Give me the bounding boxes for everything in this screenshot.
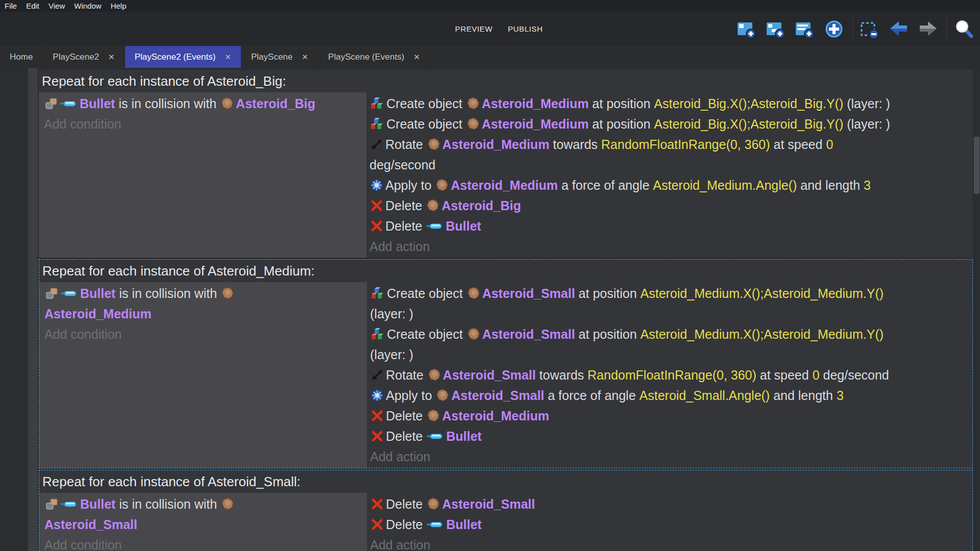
preview-button[interactable]: PREVIEW	[448, 24, 493, 33]
action-row[interactable]: Rotate Asteroid_Medium towards RandomFlo…	[370, 134, 973, 155]
action-row[interactable]: Delete Bullet	[370, 216, 973, 236]
tab-home[interactable]: Home	[0, 46, 43, 68]
instruction-text: deg/second	[370, 158, 435, 172]
action-row[interactable]: Create object Asteroid_Medium at positio…	[370, 93, 973, 114]
add-event-button[interactable]	[736, 19, 759, 39]
menu-view[interactable]: View	[48, 2, 70, 10]
tab-playscene2[interactable]: PlayScene2✕	[43, 46, 125, 68]
publish-button[interactable]: PUBLISH	[501, 24, 543, 33]
event-block-selected[interactable]: Repeat for each instance of Asteroid_Sma…	[39, 470, 973, 551]
condition-row[interactable]: Bullet is in collision with	[44, 494, 367, 514]
expression-parameter: Asteroid_Medium.Angle()	[653, 178, 797, 193]
event-block-selected[interactable]: Repeat for each instance of Asteroid_Med…	[39, 259, 973, 468]
tab-bar: HomePlayScene2✕PlayScene2 (Events)✕PlayS…	[0, 46, 980, 68]
tab-close-icon[interactable]: ✕	[413, 53, 420, 62]
condition-row[interactable]: Add condition	[44, 324, 367, 344]
action-row[interactable]: Delete Bullet	[370, 426, 972, 446]
instruction-text: Create object	[387, 327, 467, 342]
instruction-text: Delete	[386, 517, 426, 532]
action-row[interactable]: deg/second	[370, 155, 973, 175]
expression-parameter: Asteroid_Medium.X();Asteroid_Medium.Y()	[641, 327, 884, 342]
action-row[interactable]: Create object Asteroid_Small at position…	[370, 283, 972, 304]
condition-row[interactable]: Bullet is in collision with	[44, 283, 367, 304]
instruction-text: at position	[589, 96, 654, 111]
menu-window[interactable]: Window	[74, 2, 106, 10]
tab-playscene-events[interactable]: PlayScene (Events)✕	[318, 46, 430, 68]
add-condition-button[interactable]: Add condition	[44, 327, 122, 342]
actions-column: Create object Asteroid_Small at position…	[367, 282, 972, 468]
vertical-scrollbar[interactable]	[973, 68, 980, 551]
asteroid-icon	[467, 97, 480, 110]
delete-icon	[371, 409, 384, 422]
app-window: File Edit View Window Help PREVIEW PUBLI…	[0, 0, 980, 551]
toolbar: PREVIEW PUBLISH	[0, 12, 980, 46]
event-block[interactable]: Repeat for each instance of Asteroid_Big…	[39, 70, 973, 258]
add-condition-button[interactable]: Add condition	[44, 538, 122, 551]
object-name: Bullet	[80, 497, 115, 512]
create-icon	[371, 286, 385, 300]
action-row[interactable]: Delete Bullet	[370, 514, 972, 535]
action-row[interactable]: Apply to Asteroid_Small a force of angle…	[370, 385, 972, 406]
condition-row[interactable]: Asteroid_Medium	[44, 304, 367, 324]
action-row[interactable]: Rotate Asteroid_Small towards RandomFloa…	[370, 365, 972, 385]
add-action-button[interactable]: Add action	[370, 538, 430, 551]
undo-icon	[889, 19, 909, 39]
event-body: Bullet is in collision with Asteroid_Big…	[39, 92, 973, 258]
object-name: Asteroid_Small	[442, 497, 535, 512]
condition-row[interactable]: Add condition	[44, 114, 366, 134]
menu-help[interactable]: Help	[111, 2, 132, 10]
tab-close-icon[interactable]: ✕	[108, 53, 115, 62]
event-body: Bullet is in collision with Asteroid_Sma…	[39, 493, 972, 551]
tab-close-icon[interactable]: ✕	[225, 53, 231, 62]
publish-label: PUBLISH	[508, 24, 543, 33]
condition-row[interactable]: Add condition	[44, 535, 367, 551]
search-icon	[953, 19, 974, 39]
delete-selection-button[interactable]	[859, 19, 882, 39]
action-row[interactable]: Add action	[370, 236, 973, 257]
redo-button[interactable]	[917, 19, 940, 39]
search-button[interactable]	[953, 19, 976, 39]
action-row[interactable]: Create object Asteroid_Small at position…	[370, 324, 972, 344]
asteroid-icon	[467, 328, 480, 341]
event-header[interactable]: Repeat for each instance of Asteroid_Sma…	[39, 470, 972, 493]
tab-label: Home	[10, 52, 33, 62]
action-row[interactable]: Delete Asteroid_Medium	[370, 406, 972, 426]
action-row[interactable]: (layer: )	[370, 344, 972, 365]
scrollbar-thumb[interactable]	[974, 137, 979, 194]
action-row[interactable]: Add action	[370, 446, 972, 467]
object-name: Asteroid_Small	[443, 368, 536, 383]
object-name: Asteroid_Medium	[482, 96, 589, 111]
add-action-button[interactable]: Add action	[370, 239, 430, 254]
tab-playscene[interactable]: PlayScene✕	[241, 46, 318, 68]
add-subevent-icon	[766, 19, 786, 39]
event-header[interactable]: Repeat for each instance of Asteroid_Med…	[39, 260, 972, 282]
add-circle-button[interactable]	[823, 19, 846, 39]
toolbar-separator	[852, 18, 853, 40]
asteroid-icon	[467, 117, 480, 131]
bullet-icon	[61, 289, 78, 298]
action-row[interactable]: Create object Asteroid_Medium at positio…	[370, 114, 973, 134]
add-comment-icon	[795, 19, 815, 39]
object-name: Bullet	[80, 96, 115, 111]
action-row[interactable]: (layer: )	[370, 304, 972, 324]
event-header[interactable]: Repeat for each instance of Asteroid_Big…	[39, 70, 973, 92]
action-row[interactable]: Delete Asteroid_Big	[370, 195, 973, 216]
condition-row[interactable]: Asteroid_Small	[44, 514, 367, 535]
action-row[interactable]: Apply to Asteroid_Medium a force of angl…	[370, 175, 973, 195]
instruction-text: (layer: )	[370, 307, 413, 321]
tab-playscene2-events[interactable]: PlayScene2 (Events)✕	[125, 46, 241, 68]
menu-edit[interactable]: Edit	[26, 2, 44, 10]
instruction-text: and length	[797, 178, 864, 193]
tab-close-icon[interactable]: ✕	[302, 53, 308, 62]
add-condition-button[interactable]: Add condition	[44, 117, 121, 132]
asteroid-icon	[428, 368, 441, 382]
instruction-text: Rotate	[385, 137, 427, 152]
add-comment-button[interactable]	[794, 19, 817, 39]
action-row[interactable]: Add action	[370, 535, 972, 551]
add-action-button[interactable]: Add action	[370, 449, 430, 464]
menu-file[interactable]: File	[5, 2, 22, 10]
condition-row[interactable]: Bullet is in collision with Asteroid_Big	[44, 93, 366, 114]
action-row[interactable]: Delete Asteroid_Small	[370, 494, 972, 514]
undo-button[interactable]	[888, 19, 911, 39]
add-subevent-button[interactable]	[765, 19, 788, 39]
